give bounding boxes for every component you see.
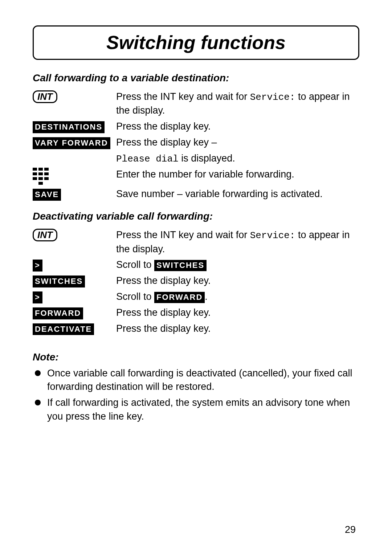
step-row: Please dial is displayed.: [33, 152, 359, 166]
step-key: INT: [33, 90, 116, 104]
step-key: >: [33, 290, 116, 304]
step-row: INTPress the INT key and wait for Servic…: [33, 228, 359, 256]
display-text: Service:: [250, 230, 295, 241]
int-key: INT: [33, 229, 57, 241]
step-text: Save number – variable forwarding is act…: [116, 187, 359, 201]
step-key: DESTINATIONS: [33, 120, 116, 134]
page-number: 29: [345, 523, 356, 537]
step-key: DEACTIVATE: [33, 322, 116, 336]
keypad-icon: [33, 168, 116, 185]
text: .: [205, 291, 208, 302]
section-heading: Call forwarding to a variable destinatio…: [33, 71, 359, 85]
text: Press the INT key and wait for: [116, 91, 250, 102]
step-row: INTPress the INT key and wait for Servic…: [33, 90, 359, 118]
step-row: DESTINATIONSPress the display key.: [33, 120, 359, 134]
step-text: Press the display key.: [116, 322, 359, 336]
step-key: FORWARD: [33, 306, 116, 320]
manual-page: Switching functions Call forwarding to a…: [0, 0, 392, 555]
section-heading: Deactivating variable call forwarding:: [33, 209, 359, 223]
sections: Call forwarding to a variable destinatio…: [33, 71, 359, 336]
inline-display-key: FORWARD: [154, 292, 205, 303]
display-key: SWITCHES: [33, 276, 85, 287]
text: Scroll to: [116, 291, 154, 302]
step-text: Press the display key.: [116, 274, 359, 288]
display-key: >: [33, 291, 42, 303]
step-key: [33, 168, 116, 185]
step-text: Please dial is displayed.: [116, 152, 359, 166]
display-key: FORWARD: [33, 307, 83, 319]
step-row: SWITCHESPress the display key.: [33, 274, 359, 288]
display-key: VARY FORWARD: [33, 137, 110, 149]
note-item: If call forwarding is activated, the sys…: [33, 396, 359, 424]
step-row: >Scroll to FORWARD.: [33, 290, 359, 304]
text: Scroll to: [116, 259, 154, 270]
display-key: SAVE: [33, 189, 61, 201]
text: Press the display key.: [116, 275, 211, 286]
step-text: Scroll to FORWARD.: [116, 290, 359, 304]
step-key: SAVE: [33, 187, 116, 201]
text: Press the display key.: [116, 307, 211, 318]
step-row: SAVESave number – variable forwarding is…: [33, 187, 359, 201]
display-key: DEACTIVATE: [33, 323, 94, 335]
text: Save number – variable forwarding is act…: [116, 188, 323, 199]
step-key: VARY FORWARD: [33, 136, 116, 150]
note-list: Once variable call forwarding is deactiv…: [33, 367, 359, 424]
step-text: Scroll to SWITCHES: [116, 258, 359, 272]
text: Press the display key –: [116, 137, 217, 148]
step-key: >: [33, 258, 116, 272]
step-row: DEACTIVATEPress the display key.: [33, 322, 359, 336]
text: Press the display key.: [116, 323, 211, 334]
text: is displayed.: [179, 153, 235, 164]
text: Press the INT key and wait for: [116, 229, 250, 240]
step-row: Enter the number for variable forwarding…: [33, 168, 359, 185]
step-text: Press the INT key and wait for Service: …: [116, 90, 359, 118]
step-text: Press the display key –: [116, 136, 359, 150]
step-key: SWITCHES: [33, 274, 116, 288]
step-text: Enter the number for variable forwarding…: [116, 168, 359, 181]
display-text: Service:: [250, 92, 295, 103]
step-row: FORWARDPress the display key.: [33, 306, 359, 320]
step-text: Press the display key.: [116, 120, 359, 134]
step-row: VARY FORWARDPress the display key –: [33, 136, 359, 150]
display-key: >: [33, 260, 42, 272]
note-item: Once variable call forwarding is deactiv…: [33, 367, 359, 394]
step-text: Press the display key.: [116, 306, 359, 320]
step-row: >Scroll to SWITCHES: [33, 258, 359, 272]
text: Enter the number for variable forwarding…: [116, 169, 294, 180]
page-title: Switching functions: [106, 32, 286, 53]
step-text: Press the INT key and wait for Service: …: [116, 228, 359, 256]
text: Press the display key.: [116, 121, 211, 132]
title-frame: Switching functions: [33, 25, 359, 60]
int-key: INT: [33, 90, 57, 103]
inline-display-key: SWITCHES: [154, 260, 207, 271]
step-key: INT: [33, 228, 116, 242]
note-heading: Note:: [33, 350, 359, 364]
display-text: Please dial: [116, 154, 179, 164]
display-key: DESTINATIONS: [33, 121, 105, 133]
